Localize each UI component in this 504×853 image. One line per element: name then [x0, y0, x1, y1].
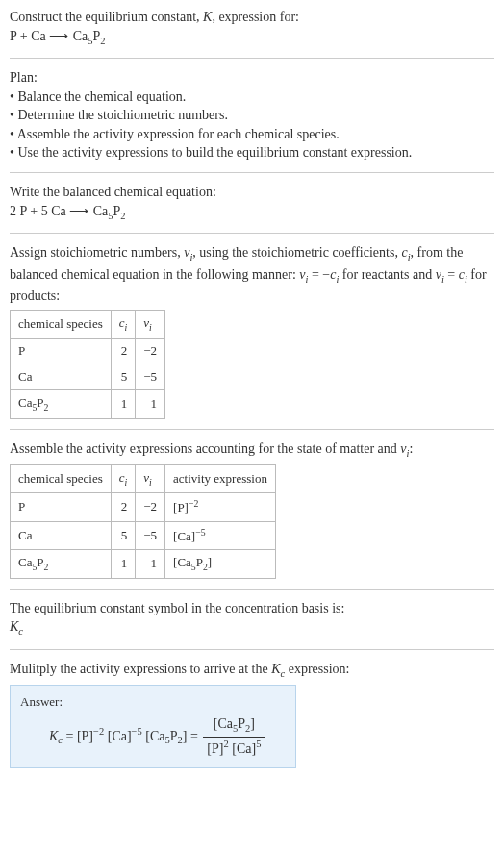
balanced-title: Write the balanced chemical equation:	[10, 183, 494, 202]
kc-basis: The equilibrium constant symbol in the c…	[10, 599, 494, 640]
table-row: Ca 5 −5 [Ca]−5	[11, 521, 276, 550]
cell-c: 5	[111, 521, 136, 550]
cell-species: Ca5P2	[11, 390, 112, 418]
text: for reactants and	[339, 267, 435, 282]
plan-item: • Assemble the activity expression for e…	[10, 125, 494, 144]
answer-box: Answer: Kc = [P]−2 [Ca]−5 [Ca5P2] = [Ca5…	[10, 685, 296, 768]
table-row: Ca 5 −5	[11, 364, 165, 390]
prompt-line1: Construct the equilibrium constant, K, e…	[10, 10, 299, 24]
col-nui: νi	[136, 310, 165, 338]
activity-text: Assemble the activity expressions accoun…	[10, 439, 494, 461]
table-header-row: chemical species ci νi activity expressi…	[11, 465, 276, 493]
fraction-denominator: [P]2 [Ca]5	[203, 738, 265, 758]
col-species: chemical species	[11, 310, 112, 338]
product-prefix: Ca	[73, 29, 88, 43]
cell-activity: [Ca5P2]	[165, 550, 276, 578]
cell-species: Ca	[11, 364, 112, 390]
kc-basis-text: The equilibrium constant symbol in the c…	[10, 599, 494, 618]
multiply-text: Mulitply the activity expressions to arr…	[10, 660, 494, 681]
activity-table: chemical species ci νi activity expressi…	[10, 464, 276, 579]
plan-item: • Balance the chemical equation.	[10, 88, 494, 107]
cell-c: 2	[111, 493, 136, 522]
col-species: chemical species	[11, 465, 112, 493]
cell-nu: −5	[136, 521, 165, 550]
arrow-icon: ⟶	[69, 204, 89, 218]
prompt: Construct the equilibrium constant, K, e…	[10, 8, 494, 48]
cell-nu: 1	[136, 390, 165, 418]
text: = −	[308, 267, 330, 282]
cell-activity: [P]−2	[165, 493, 276, 522]
col-nui: νi	[136, 465, 165, 493]
cell-nu: 1	[136, 550, 165, 578]
divider	[10, 649, 494, 650]
text: Assign stoichiometric numbers,	[10, 245, 184, 260]
cell-species: P	[11, 493, 112, 522]
sub-2: 2	[100, 35, 105, 45]
cell-nu: −2	[136, 338, 165, 364]
answer-expression: Kc = [P]−2 [Ca]−5 [Ca5P2] = [Ca5P2] [P]2…	[20, 711, 286, 760]
table-row: P 2 −2 [P]−2	[11, 493, 276, 522]
cell-c: 2	[111, 338, 136, 364]
fraction: [Ca5P2] [P]2 [Ca]5	[203, 715, 265, 758]
fraction-numerator: [Ca5P2]	[203, 715, 265, 737]
balanced-section: Write the balanced chemical equation: 2 …	[10, 183, 494, 223]
cell-c: 1	[111, 390, 136, 418]
cell-c: 5	[111, 364, 136, 390]
cell-nu: −5	[136, 364, 165, 390]
table-row: Ca5P2 1 1 [Ca5P2]	[11, 550, 276, 578]
col-ci: ci	[111, 465, 136, 493]
plan-title: Plan:	[10, 68, 494, 88]
cell-c: 1	[111, 550, 136, 578]
divider	[10, 589, 494, 590]
cell-species: Ca5P2	[11, 550, 112, 578]
plan-item: • Use the activity expressions to build …	[10, 143, 494, 163]
text: =	[444, 267, 459, 282]
table-row: P 2 −2	[11, 338, 165, 364]
balanced-product-prefix: Ca	[93, 204, 109, 218]
plan-section: Plan: • Balance the chemical equation. •…	[10, 68, 494, 163]
table-header-row: chemical species ci νi	[11, 310, 165, 338]
divider	[10, 233, 494, 234]
balanced-reactants: 2 P + 5 Ca	[10, 204, 69, 218]
table-row: Ca5P2 1 1	[11, 390, 165, 418]
cell-nu: −2	[136, 493, 165, 522]
text: , using the stoichiometric coefficients,	[192, 245, 401, 260]
col-ci: ci	[111, 310, 136, 338]
stoich-table: chemical species ci νi P 2 −2 Ca 5 −5 Ca…	[10, 310, 165, 419]
answer-label: Answer:	[20, 693, 286, 711]
plan-item: • Determine the stoichiometric numbers.	[10, 106, 494, 125]
col-activity: activity expression	[165, 465, 276, 493]
cell-species: P	[11, 338, 112, 364]
stoich-text: Assign stoichiometric numbers, νi, using…	[10, 243, 494, 306]
divider	[10, 172, 494, 173]
cell-species: Ca	[11, 521, 112, 550]
sub-2: 2	[120, 210, 125, 220]
balanced-equation: 2 P + 5 Ca ⟶ Ca5P2	[10, 202, 494, 223]
cell-activity: [Ca]−5	[165, 521, 276, 550]
divider	[10, 429, 494, 430]
divider	[10, 58, 494, 59]
kc-symbol: Kc	[10, 617, 494, 639]
reactants: P + Ca	[10, 29, 49, 43]
arrow-icon: ⟶	[49, 29, 69, 43]
reaction-unbalanced: P + Ca ⟶ Ca5P2	[10, 29, 106, 43]
